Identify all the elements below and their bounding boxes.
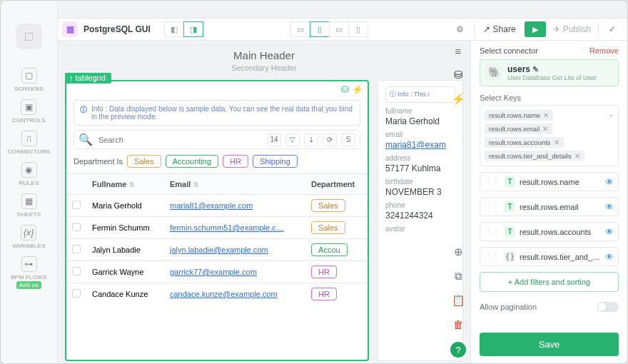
cell-email[interactable]: maria81@example.com <box>170 201 253 210</box>
col-email: Email⇅ <box>164 174 305 195</box>
info-banner: ⓘInfo : Data displayed below is sample d… <box>74 100 360 126</box>
visibility-eye-icon[interactable]: 👁 <box>605 177 614 187</box>
refresh-icon[interactable]: ⟳ <box>323 133 337 146</box>
cell-dept-chip: Sales <box>311 221 345 234</box>
table-row[interactable]: Garrick Waynegarrick77@example.comHR <box>66 261 368 283</box>
detail-email-value[interactable]: maria81@exam <box>385 140 446 150</box>
strip-database-icon[interactable]: ⛁ <box>454 69 463 81</box>
keys-multiselect[interactable]: ⌄ result.rows.name✕ result.rows.email✕ r… <box>480 105 619 166</box>
rail-item-controls[interactable]: ▣CONTROLS <box>12 99 46 123</box>
publish-button[interactable]: ✈Publish <box>549 24 595 34</box>
cell-dept-chip: HR <box>311 288 337 300</box>
visibility-eye-icon[interactable]: 👁 <box>605 202 614 212</box>
drag-handle-icon[interactable]: ⋮⋮ <box>485 202 500 211</box>
drag-handle-icon[interactable]: ⋮⋮ <box>485 177 500 186</box>
strip-duplicate-icon[interactable]: ⧉ <box>455 270 462 283</box>
strip-bolt-icon[interactable]: ⚡ <box>452 93 465 106</box>
detail-email-label: email <box>385 131 455 138</box>
cell-email[interactable]: jalyn.labadie@example.com <box>170 246 268 254</box>
data-table: Fullname⇅ Email⇅ Department Maria Gerhol… <box>66 173 368 305</box>
mapping-row[interactable]: ⋮⋮Tresult.rows.accounts👁 <box>480 222 619 241</box>
col-department: Department <box>305 174 368 195</box>
filter-chip-hr[interactable]: HR <box>223 155 248 168</box>
add-filters-button[interactable]: + Add filters and sorting <box>480 272 619 292</box>
filter-chip-shipping[interactable]: Shipping <box>253 155 298 168</box>
strip-delete-icon[interactable]: 🗑 <box>453 318 464 330</box>
rail-item-sheets[interactable]: ▦SHEETS <box>17 193 41 218</box>
check-status-icon[interactable]: ✓ <box>602 21 623 37</box>
rail-item-bpm-flows[interactable]: ⊶BPM FLOWSAdd on <box>11 256 47 289</box>
strip-add-icon[interactable]: ⊕ <box>454 246 463 258</box>
device-landscape-icon[interactable]: ▭ <box>329 21 349 37</box>
share-button[interactable]: ↗Share <box>477 24 522 34</box>
table-row[interactable]: Candace Kunzecandace.kunze@example.comHR <box>66 283 368 305</box>
device-phone-icon[interactable]: ▯ <box>348 21 368 37</box>
strip-help-icon[interactable]: ? <box>450 342 466 358</box>
table-row[interactable]: Fermin Schummfermin.schumm51@example.c…S… <box>66 217 368 239</box>
key-chip: result.rows.name✕ <box>485 110 553 121</box>
connector-card[interactable]: 🐘 users ✎ User Database Get List of User <box>480 59 619 86</box>
detail-avatar-label: avatar <box>385 225 455 233</box>
layout-right-icon[interactable]: ◨ <box>183 21 203 37</box>
mapping-row[interactable]: ⋮⋮{ }result.rows.tier_and_detai…👁 <box>480 247 619 266</box>
rail-item-connectors[interactable]: ⎍CONNECTORS <box>8 131 51 155</box>
play-icon: ▶ <box>532 25 538 34</box>
mapping-row[interactable]: ⋮⋮Tresult.rows.name👁 <box>480 172 619 191</box>
remove-connector-link[interactable]: Remove <box>589 46 619 55</box>
search-input[interactable] <box>97 135 263 145</box>
detail-phone-label: phone <box>385 201 455 209</box>
device-desktop-icon[interactable]: ▭ <box>290 21 310 37</box>
chip-remove-icon[interactable]: ✕ <box>543 111 549 119</box>
filter-icon[interactable]: ▽ <box>285 133 300 146</box>
postgres-icon: 🐘 <box>486 64 502 80</box>
cell-email[interactable]: fermin.schumm51@example.c… <box>170 223 284 232</box>
save-button[interactable]: Save <box>480 333 619 356</box>
chip-remove-icon[interactable]: ✕ <box>554 138 559 146</box>
main-header: Main Header <box>65 49 463 61</box>
table-row[interactable]: Jalyn Labadiejalyn.labadie@example.comAc… <box>66 239 368 261</box>
allow-pagination-toggle[interactable] <box>597 302 619 312</box>
cell-fullname: Garrick Wayne <box>86 261 164 283</box>
publish-icon: ✈ <box>553 24 560 34</box>
device-tablet-icon[interactable]: ▯ <box>310 21 330 37</box>
filter-chip-sales[interactable]: Sales <box>127 155 161 168</box>
bind-indicator-icon[interactable]: ⛁ ⚡ <box>341 84 363 95</box>
download-icon[interactable]: ⤓ <box>304 133 318 146</box>
component-handle[interactable]: ↑ tablegrid <box>65 73 111 84</box>
strip-clipboard-icon[interactable]: 📋 <box>452 294 465 307</box>
device-preview-segments: ▭ ▯ ▭ ▯ <box>291 21 368 37</box>
row-checkbox[interactable] <box>72 201 81 209</box>
run-button[interactable]: ▶ <box>525 21 546 37</box>
drag-handle-icon[interactable]: ⋮⋮ <box>485 252 500 261</box>
detail-address-value: 57177 Kuhlma <box>385 163 455 173</box>
chevron-down-icon[interactable]: ⌄ <box>608 110 614 118</box>
settings-gear-icon[interactable]: ⚙ <box>450 21 471 37</box>
cell-email[interactable]: garrick77@example.com <box>170 268 257 276</box>
row-checkbox[interactable] <box>72 289 81 298</box>
edit-icon[interactable]: ✎ <box>532 65 539 74</box>
chip-remove-icon[interactable]: ✕ <box>542 125 548 133</box>
row-checkbox[interactable] <box>72 267 81 275</box>
app-logo: □ <box>16 24 42 49</box>
key-chip: result.rows.tier_and_details✕ <box>485 151 584 161</box>
mapping-row[interactable]: ⋮⋮Tresult.rows.email👁 <box>480 197 619 216</box>
row-checkbox[interactable] <box>72 223 81 231</box>
cell-dept-chip: Accou <box>311 243 348 256</box>
rail-item-variables[interactable]: {x}VARIABLES <box>12 225 46 249</box>
filter-chip-accounting[interactable]: Accounting <box>166 155 218 168</box>
row-checkbox[interactable] <box>72 245 81 253</box>
strip-sliders-icon[interactable]: ≡ <box>455 45 462 57</box>
layout-left-icon[interactable]: ◧ <box>164 21 184 37</box>
rail-item-rules[interactable]: ◉RULES <box>19 162 39 186</box>
chip-remove-icon[interactable]: ✕ <box>574 152 580 160</box>
drag-handle-icon[interactable]: ⋮⋮ <box>485 227 500 236</box>
rail-item-screens[interactable]: ▢SCREENS <box>14 68 44 92</box>
visibility-eye-icon[interactable]: 👁 <box>605 252 614 262</box>
visibility-eye-icon[interactable]: 👁 <box>605 227 614 237</box>
right-panel: Select connector Remove 🐘 users ✎ User D… <box>470 41 627 363</box>
cell-email[interactable]: candace.kunze@example.com <box>170 290 278 298</box>
left-nav-rail: □ ▢SCREENS ▣CONTROLS ⎍CONNECTORS ◉RULES … <box>1 1 58 363</box>
sort-button[interactable]: S <box>341 133 355 146</box>
tablegrid-card[interactable]: ↑ tablegrid ⛁ ⚡ ⓘInfo : Data displayed b… <box>65 80 369 361</box>
table-row[interactable]: Maria Gerholdmaria81@example.comSales <box>66 195 368 217</box>
